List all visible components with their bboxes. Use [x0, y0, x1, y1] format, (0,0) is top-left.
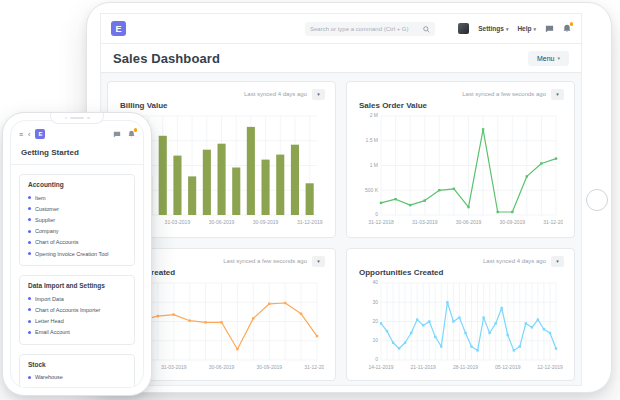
svg-text:31-03-2019: 31-03-2019	[412, 219, 438, 225]
list-item-label: Warehouse	[35, 374, 63, 380]
bullet-dot-icon	[28, 252, 31, 255]
tablet-home-button[interactable]	[586, 189, 608, 211]
notifications-button[interactable]	[128, 130, 135, 138]
card-header: Last synced 4 days ago ▾	[357, 255, 564, 267]
page-header: Sales Dashboard Menu ▾	[101, 44, 581, 73]
page-title: Sales Dashboard	[113, 51, 220, 66]
notifications-button[interactable]	[563, 24, 571, 33]
chat-icon	[545, 25, 554, 33]
global-search[interactable]	[305, 22, 435, 36]
list-item-label: Letter Head	[35, 318, 64, 324]
chevron-down-icon: ▾	[506, 26, 509, 32]
help-menu[interactable]: Help ▾	[517, 25, 536, 32]
app-logo[interactable]: E	[35, 129, 45, 139]
list-item[interactable]: Company	[28, 226, 126, 237]
chart-title: Sales Order Value	[359, 101, 564, 110]
back-icon[interactable]: ‹	[28, 131, 30, 138]
svg-text:30-09-2019: 30-09-2019	[500, 219, 526, 225]
bullet-dot-icon	[28, 320, 31, 323]
card-dropdown-button[interactable]: ▾	[312, 89, 325, 100]
dashboard-grid: Last synced 4 days ago ▾ Billing Value 3…	[101, 73, 581, 386]
svg-text:1 M: 1 M	[370, 162, 378, 168]
section-stock: StockWarehouseBrandUnit of Measure (UOM)…	[19, 354, 135, 388]
bullet-dot-icon	[28, 297, 31, 300]
notification-dot	[570, 22, 574, 26]
list-item[interactable]: Brand	[28, 383, 126, 388]
stage: E Settings ▾ Help ▾	[0, 0, 620, 400]
sync-status: Last synced 4 days ago	[483, 258, 546, 264]
svg-text:10: 10	[372, 337, 378, 343]
top-navbar: E Settings ▾ Help ▾	[101, 14, 581, 44]
card-dropdown-button[interactable]: ▾	[551, 89, 564, 100]
svg-text:30-06-2019: 30-06-2019	[209, 364, 235, 370]
svg-text:0: 0	[375, 356, 378, 362]
list-item[interactable]: Chart of Accounts Importer	[28, 304, 126, 315]
svg-text:31-12-2019: 31-12-2019	[297, 219, 323, 225]
menu-button-label: Menu	[537, 55, 555, 62]
getting-started-sections: AccountingItemCustomerSupplierCompanyCha…	[11, 165, 143, 388]
camera-dot-icon	[87, 117, 90, 120]
svg-text:31-03-2019: 31-03-2019	[165, 219, 191, 225]
list-item[interactable]: Import Data	[28, 293, 126, 304]
speaker-slot-icon	[70, 117, 84, 120]
bullet-dot-icon	[28, 230, 31, 233]
svg-text:31-03-2019: 31-03-2019	[161, 364, 187, 370]
card-dropdown-button[interactable]: ▾	[551, 256, 564, 267]
svg-text:21-11-2019: 21-11-2019	[411, 364, 436, 370]
list-item[interactable]: Warehouse	[28, 372, 126, 383]
tablet-device-frame: E Settings ▾ Help ▾	[86, 2, 612, 393]
list-item[interactable]: Supplier	[28, 214, 126, 225]
notification-dot	[134, 128, 138, 132]
phone-notch	[50, 113, 104, 124]
svg-text:14-11-2019: 14-11-2019	[368, 364, 393, 370]
list-item[interactable]: Chart of Accounts	[28, 237, 126, 248]
svg-text:12-12-2019: 12-12-2019	[537, 364, 563, 370]
svg-text:2 M: 2 M	[370, 112, 378, 118]
chevron-down-icon: ▾	[556, 91, 559, 97]
search-input[interactable]	[310, 26, 419, 32]
list-item[interactable]: Email Account	[28, 327, 126, 338]
bullet-dot-icon	[28, 218, 31, 221]
list-item[interactable]: Opening Invoice Creation Tool	[28, 248, 126, 259]
chevron-down-icon: ▾	[317, 258, 320, 264]
chat-icon[interactable]	[113, 131, 121, 138]
chat-button[interactable]	[545, 25, 554, 33]
list-item[interactable]: Item	[28, 192, 126, 203]
section-data-import-and-settings: Data Import and SettingsImport DataChart…	[19, 275, 135, 345]
user-avatar[interactable]	[458, 23, 469, 34]
svg-text:31-12-2019: 31-12-2019	[543, 219, 563, 225]
bullet-dot-icon	[28, 308, 31, 311]
settings-label: Settings	[478, 25, 504, 32]
card-dropdown-button[interactable]: ▾	[312, 256, 325, 267]
search-icon	[423, 26, 430, 33]
list-item-label: Import Data	[35, 296, 64, 302]
svg-text:31-12-2018: 31-12-2018	[368, 219, 394, 225]
app-logo[interactable]: E	[111, 21, 126, 36]
menu-button[interactable]: Menu ▾	[528, 51, 569, 66]
svg-text:30-06-2019: 30-06-2019	[456, 219, 482, 225]
chevron-down-icon: ▾	[557, 55, 560, 61]
list-item-label: Chart of Accounts	[35, 239, 78, 245]
bullet-dot-icon	[28, 241, 31, 244]
list-item[interactable]: Letter Head	[28, 316, 126, 327]
camera-dot-icon	[65, 117, 68, 120]
phone-device-frame: ≡ ‹ E Getting Started	[2, 112, 152, 396]
sync-status: Last synced a few seconds ago	[223, 258, 307, 264]
list-item-label: Item	[35, 195, 46, 201]
bullet-dot-icon	[28, 207, 31, 210]
svg-text:30-06-2019: 30-06-2019	[209, 219, 235, 225]
help-label: Help	[517, 25, 531, 32]
list-item-label: Opening Invoice Creation Tool	[35, 251, 109, 257]
card-header: Last synced a few seconds ago ▾	[357, 88, 564, 100]
settings-menu[interactable]: Settings ▾	[478, 25, 508, 32]
chart-title: Billing Value	[120, 101, 325, 110]
list-item-label: Company	[35, 228, 59, 234]
section-heading: Accounting	[28, 181, 126, 188]
sales-order-value-chart: 2 M1.5 M1 M500 K031-12-201831-03-201930-…	[357, 112, 564, 232]
phone-screen: ≡ ‹ E Getting Started	[10, 120, 144, 388]
bullet-dot-icon	[28, 196, 31, 199]
hamburger-menu-icon[interactable]: ≡	[19, 131, 23, 138]
list-item[interactable]: Customer	[28, 203, 126, 214]
svg-text:1.5 M: 1.5 M	[365, 137, 378, 143]
card-opportunities-created: Last synced 4 days ago ▾ Opportunities C…	[346, 248, 575, 381]
